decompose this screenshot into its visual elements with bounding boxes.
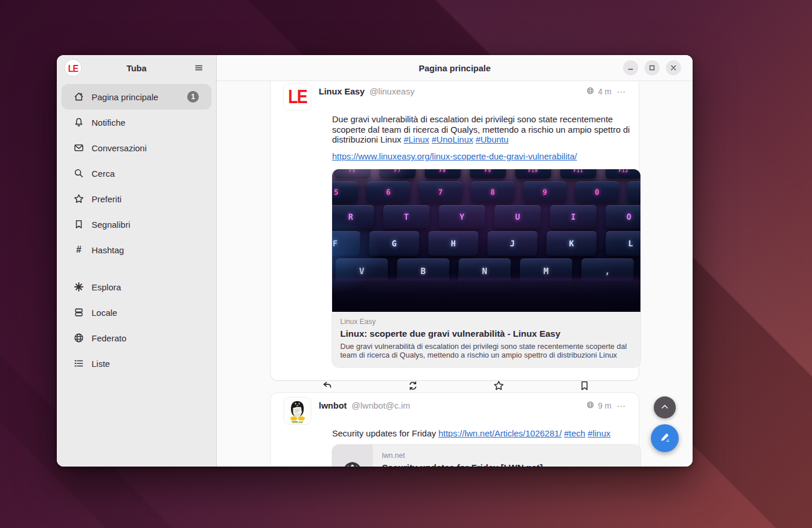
menu-icon[interactable] [190, 59, 208, 77]
post-link-line: https://www.linuxeasy.org/linux-scoperte… [332, 151, 640, 162]
sidebar-item-label: Esplora [92, 282, 205, 292]
maximize-button[interactable] [644, 60, 660, 75]
hash-icon: # [74, 245, 84, 255]
scroll-to-top-button[interactable] [654, 396, 676, 418]
visibility-public-icon [587, 400, 594, 411]
post-image-keyboard[interactable]: F6F7F8F9F10F11F12567890-RTYUIOP[FGHJKL;V… [332, 169, 640, 312]
account-avatar-initials: LE [68, 62, 78, 74]
keyboard-spacebar [332, 281, 640, 312]
author-handle: @linuxeasy [369, 86, 414, 96]
post-link[interactable]: https://lwn.net/Articles/1026281/ [438, 428, 562, 438]
svg-text:'WN.ne': 'WN.ne' [291, 420, 304, 424]
more-menu-icon[interactable]: ⋯ [616, 402, 627, 410]
sidebar-item-segnalibri[interactable]: Segnalibri [61, 212, 212, 237]
post-lwnbot[interactable]: 'WN.ne' lwnbot @lwnbot@c.im 9 m ⋯ [271, 393, 639, 467]
search-icon [74, 168, 84, 179]
sidebar-item-conversazioni[interactable]: Conversazioni [61, 135, 212, 161]
sidebar-item-preferiti[interactable]: Preferiti [61, 186, 212, 212]
sidebar-item-label: Locale [92, 308, 205, 318]
main-area: Pagina principale LE Linux Easy @linuxea… [217, 55, 693, 467]
tuba-window: LE Tuba Pagina principale 1 Notifiche [57, 55, 693, 467]
sidebar-item-federato[interactable]: Federato [61, 325, 212, 351]
keyboard-key: F10 [515, 169, 552, 179]
keyboard-key: O [606, 205, 640, 228]
keyboard-key: J [487, 231, 538, 256]
sidebar: LE Tuba Pagina principale 1 Notifiche [57, 55, 217, 467]
sidebar-header: LE Tuba [57, 55, 216, 81]
keyboard-key: H [428, 231, 479, 256]
keyboard-key: T [383, 205, 430, 228]
author-handle: @lwnbot@c.im [352, 400, 410, 410]
link-preview-card[interactable]: F6F7F8F9F10F11F12567890-RTYUIOP[FGHJKL;V… [332, 169, 640, 367]
preview-text: Linux Easy Linux: scoperte due gravi vul… [332, 312, 640, 367]
reply-icon[interactable] [284, 380, 370, 392]
keyboard-key: F9 [470, 169, 507, 179]
sidebar-nav: Pagina principale 1 Notifiche Conversazi… [57, 81, 216, 380]
home-icon [74, 92, 84, 102]
keyboard-key: L [606, 231, 640, 256]
main-header: Pagina principale [217, 55, 693, 81]
globe-icon [74, 333, 84, 343]
preview-text: lwn.net Security updates for Friday [LWN… [373, 445, 552, 467]
sidebar-item-pagina-principale[interactable]: Pagina principale 1 [61, 84, 212, 110]
boost-icon[interactable] [370, 380, 456, 392]
account-avatar[interactable]: LE [65, 60, 81, 76]
keyboard-key: 8 [471, 181, 515, 202]
sidebar-item-label: Liste [92, 359, 205, 369]
keyboard-key: I [550, 205, 597, 228]
hashtag-link[interactable]: #tech [564, 428, 585, 438]
bookmark-icon[interactable] [541, 380, 627, 392]
mail-icon [74, 143, 84, 153]
page-title: Pagina principale [217, 63, 693, 73]
author-name[interactable]: lwnbot [319, 400, 347, 410]
link-preview-card[interactable]: lwn.net Security updates for Friday [LWN… [332, 445, 640, 467]
sidebar-item-label: Cerca [92, 169, 205, 179]
keyboard-key: 0 [576, 181, 619, 202]
bell-icon [74, 117, 84, 128]
keyboard-key: 5 [332, 181, 358, 202]
avatar[interactable]: LE [284, 83, 311, 110]
hashtag-link[interactable]: #UnoLinux [432, 134, 474, 144]
keyboard-key: G [369, 231, 420, 256]
post-header: 'WN.ne' lwnbot @lwnbot@c.im 9 m ⋯ [284, 395, 627, 424]
keyboard-key: Y [439, 205, 486, 228]
compose-pencil-icon [658, 431, 671, 446]
preview-site: Linux Easy [340, 318, 632, 326]
post-linuxeasy[interactable]: LE Linux Easy @linuxeasy 4 m ⋯ Due gravi… [271, 81, 639, 380]
sidebar-separator [61, 263, 212, 274]
compose-button[interactable] [651, 424, 679, 452]
post-time: 9 m [598, 401, 611, 410]
server-icon [74, 307, 84, 318]
hashtag-link[interactable]: #Linux [403, 134, 429, 144]
sidebar-item-label: Preferiti [92, 194, 205, 204]
preview-globe-icon [332, 445, 373, 467]
hashtag-link[interactable]: #Ubuntu [476, 134, 509, 144]
explore-icon [74, 282, 84, 292]
sidebar-item-notifiche[interactable]: Notifiche [61, 110, 212, 135]
keyboard-key: F8 [425, 169, 461, 179]
avatar[interactable]: 'WN.ne' [284, 398, 311, 424]
keyboard-key: F [332, 231, 360, 256]
bookmark-icon [74, 219, 84, 230]
sidebar-item-locale[interactable]: Locale [61, 300, 212, 325]
author-name[interactable]: Linux Easy [319, 86, 365, 96]
window-controls [623, 60, 693, 75]
sidebar-item-liste[interactable]: Liste [61, 351, 212, 376]
close-button[interactable] [666, 60, 681, 75]
post-link[interactable]: https://www.linuxeasy.org/linux-scoperte… [332, 151, 577, 161]
star-icon [74, 194, 84, 204]
avatar-initials: LE [288, 86, 307, 108]
chevron-up-icon [660, 402, 670, 414]
list-icon [74, 358, 84, 369]
sidebar-item-cerca[interactable]: Cerca [61, 161, 212, 186]
favorite-star-icon[interactable] [456, 380, 541, 392]
sidebar-item-esplora[interactable]: Esplora [61, 274, 212, 300]
visibility-public-icon [587, 86, 594, 97]
sidebar-item-hashtag[interactable]: # Hashtag [61, 237, 212, 263]
more-menu-icon[interactable]: ⋯ [616, 88, 627, 96]
sidebar-item-label: Segnalibri [92, 220, 205, 230]
keyboard-key: 6 [367, 181, 410, 202]
hashtag-link[interactable]: #linux [588, 428, 610, 438]
keyboard-key: F11 [560, 169, 597, 179]
minimize-button[interactable] [623, 60, 638, 75]
